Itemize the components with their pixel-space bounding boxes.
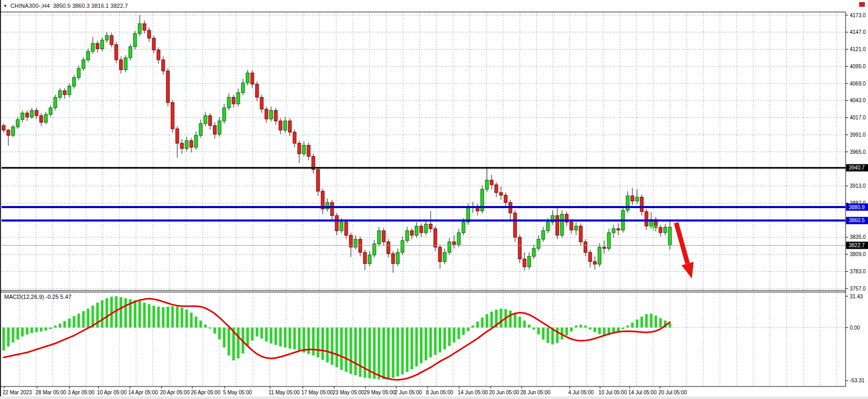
time-tick-label: 28 Mar 05:00 [35, 390, 66, 395]
candle-body [11, 127, 15, 135]
macd-histogram-bar [87, 309, 90, 328]
macd-histogram-bar [17, 328, 19, 340]
candle-body [410, 231, 413, 235]
candle-body [246, 73, 249, 83]
candle-body [387, 242, 390, 254]
candle-body [363, 252, 366, 263]
macd-histogram-bar [200, 321, 202, 328]
candle-body [453, 242, 456, 245]
macd-histogram-bar [659, 318, 662, 328]
macd-histogram-bar [326, 328, 329, 362]
macd-histogram-bar [270, 328, 273, 344]
candle-body [542, 231, 545, 239]
candle-body [218, 121, 221, 134]
candle-body [157, 50, 160, 60]
candle-body [255, 84, 259, 97]
macd-histogram-bar [64, 321, 66, 328]
macd-histogram-bar [598, 328, 601, 334]
macd-histogram-bar [153, 306, 155, 328]
macd-histogram-bar [195, 317, 198, 328]
candle-body [105, 35, 108, 40]
macd-histogram-bar [78, 313, 80, 328]
candle-body [434, 229, 437, 247]
candle-body [279, 121, 282, 130]
macd-histogram-bar [345, 328, 348, 372]
price-tick-label: 4043.0 [850, 98, 866, 103]
candle-body [30, 111, 33, 117]
price-tick-label: 4147.0 [850, 29, 866, 35]
level-price-badge-label: 3860.5 [849, 217, 865, 223]
bottom-strip [0, 396, 868, 399]
macd-histogram-bar [566, 328, 568, 335]
macd-histogram-bar [617, 328, 620, 332]
candle-body [335, 215, 338, 231]
price-chart-canvas[interactable]: 4173.04147.04121.04095.04069.04043.04017… [0, 0, 868, 399]
macd-histogram-bar [176, 307, 179, 328]
price-tick-label: 4173.0 [850, 13, 866, 18]
candle-body [124, 58, 127, 70]
candle-body [7, 130, 10, 136]
candle-body [626, 196, 629, 211]
macd-histogram-bar [528, 324, 531, 328]
macd-histogram-bar [186, 310, 188, 328]
macd-histogram-bar [256, 328, 259, 336]
macd-histogram-bar [125, 298, 127, 328]
candle-body [579, 226, 582, 242]
macd-histogram-bar [354, 328, 357, 376]
macd-histogram-bar [584, 325, 587, 328]
candle-body [40, 116, 43, 123]
macd-histogram-bar [284, 328, 287, 347]
candle-body [26, 113, 29, 117]
price-axis[interactable]: 4173.04147.04121.04095.04069.04043.04017… [846, 13, 868, 384]
candle-body [528, 256, 531, 267]
macd-histogram-bar [317, 328, 320, 357]
candle-body [138, 23, 141, 33]
price-tick-label: 3757.0 [850, 286, 866, 292]
time-tick-label: 5 May 05:00 [223, 390, 252, 395]
candle-body [598, 247, 601, 264]
candle-body [284, 121, 287, 130]
candle-body [523, 259, 526, 267]
macd-histogram-bar [167, 307, 169, 328]
candle-body [115, 45, 118, 60]
candle-body [659, 227, 662, 233]
time-tick-label: 14 Jul 05:00 [628, 390, 657, 395]
candle-body [485, 180, 488, 189]
ohlc-values: 3850.5 3860.3 3816.1 3822.7 [53, 3, 128, 9]
candle-body [645, 212, 648, 226]
candle-body [415, 226, 418, 236]
window-corner-marker [859, 2, 865, 7]
macd-histogram-bar [542, 328, 545, 340]
macd-tick-label: 31.43 [850, 294, 863, 299]
candle-body [101, 40, 104, 49]
macd-histogram-bar [148, 304, 151, 328]
candle-body [537, 239, 540, 249]
candle-body [260, 98, 263, 110]
chart-window: ▼ CHINA300-,H4 3850.5 3860.3 3816.1 3822… [0, 0, 868, 399]
macd-histogram-bar [420, 328, 423, 364]
candle-body [490, 180, 493, 185]
time-tick-label: 26 Apr 05:00 [191, 390, 221, 395]
candle-body [180, 143, 184, 149]
candle-body [265, 109, 268, 119]
macd-histogram-bar [101, 300, 104, 328]
candle-body [593, 262, 596, 264]
candle-body [462, 222, 465, 233]
macd-histogram-bar [444, 328, 446, 349]
macd-histogram-bar [359, 328, 362, 377]
down-arrow-annotation[interactable] [676, 223, 694, 279]
macd-histogram-bar [120, 297, 123, 328]
macd-histogram-bar [275, 328, 277, 345]
symbol-dropdown-icon[interactable]: ▼ [3, 4, 7, 8]
candle-body [44, 114, 47, 122]
candle-body [316, 170, 320, 191]
macd-histogram-bar [430, 328, 432, 357]
macd-histogram-bar [7, 328, 10, 346]
macd-histogram-bar [59, 323, 62, 328]
macd-histogram-bar [265, 328, 268, 342]
candle-body [63, 91, 66, 95]
macd-histogram-bar [82, 311, 85, 328]
time-axis[interactable]: 22 Mar 202328 Mar 05:003 Apr 05:0010 Apr… [3, 386, 687, 395]
macd-histogram-bar [641, 317, 643, 328]
time-tick-label: 29 May 05:00 [364, 390, 396, 395]
